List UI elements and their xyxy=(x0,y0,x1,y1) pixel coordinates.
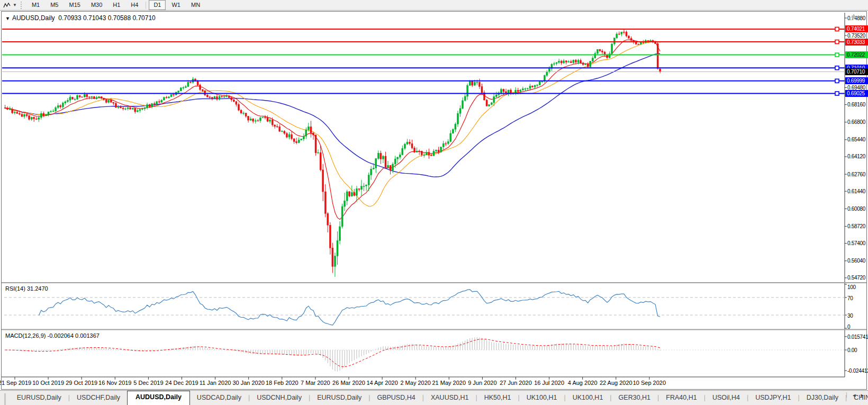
chart-title: ▼AUDUSD,Daily 0.70933 0.71043 0.70588 0.… xyxy=(5,14,156,22)
price-axis-tick-label: 0.62760 xyxy=(847,172,868,177)
price-line-label[interactable]: 0.73033 xyxy=(845,39,868,46)
tab-scroll-controls: | ◂ ▸ xyxy=(842,386,868,405)
time-axis-label: 10 Oct 2019 xyxy=(32,380,64,386)
timeframe-button-m15[interactable]: M15 xyxy=(64,0,85,10)
time-axis-label: 29 Oct 2019 xyxy=(66,380,97,386)
chart-window[interactable] xyxy=(1,11,867,390)
macd-axis-tick-label: 0.015741 xyxy=(847,334,868,340)
metatrader-window: ▼ M1M5M15M30H1H4D1W1MN ▼AUDUSD,Daily 0.7… xyxy=(0,0,868,405)
timeframe-button-m5[interactable]: M5 xyxy=(46,0,63,10)
chart-tab-uk100-h1[interactable]: UK100,H1 xyxy=(566,391,610,405)
time-axis-label: 30 Jan 2020 xyxy=(232,380,265,386)
price-line-label[interactable]: 0.72022 xyxy=(845,51,868,58)
time-axis-label: 5 Dec 2019 xyxy=(133,380,163,386)
rsi-indicator-label: RSI(14) 31.2470 xyxy=(5,285,48,292)
chart-tab-eurusd-daily[interactable]: EURUSD,Daily xyxy=(310,391,368,405)
time-axis-label: 7 Mar 2020 xyxy=(301,380,330,386)
timeframe-button-d1[interactable]: D1 xyxy=(149,0,166,10)
timeframe-button-h1[interactable]: H1 xyxy=(108,0,125,10)
timeframe-button-w1[interactable]: W1 xyxy=(167,0,185,10)
rsi-axis-tick-label: 100 xyxy=(847,284,868,290)
time-axis-label: 22 Aug 2020 xyxy=(600,380,632,386)
chart-tab-usdjpy-h1[interactable]: USDJPY,H1 xyxy=(748,391,798,405)
price-line-label[interactable]: 0.74021 xyxy=(845,25,868,32)
time-axis-label: 21 May 2020 xyxy=(432,380,466,386)
price-axis-tick-label: 0.56040 xyxy=(847,258,868,264)
macd-indicator-label: MACD(12,26,9) -0.002064 0.001367 xyxy=(5,332,100,339)
chart-symbol-label: AUDUSD,Daily xyxy=(12,14,55,22)
time-axis-label: 10 Sep 2020 xyxy=(633,380,666,386)
chart-tab-usoil-h4[interactable]: USOil,H4 xyxy=(706,391,747,405)
scroll-indicator-icon[interactable] xyxy=(851,14,856,18)
price-line-label[interactable]: 0.69025 xyxy=(845,90,868,97)
time-axis-label: 14 Apr 2020 xyxy=(366,380,397,386)
price-axis-tick-label: 0.58720 xyxy=(847,223,868,229)
chart-tab-audusd-daily[interactable]: AUDUSD,Daily xyxy=(127,391,190,405)
price-axis-tick-label: 0.74880 xyxy=(847,15,868,21)
time-axis-label: 9 Jun 2020 xyxy=(468,380,496,386)
macd-axis-tick-label: -0.024412 xyxy=(847,368,868,374)
tab-scroll-right-icon[interactable]: ▸ xyxy=(861,392,864,399)
rsi-axis-tick-label: 0 xyxy=(847,324,868,330)
price-axis-tick-label: 0.60080 xyxy=(847,206,868,212)
chart-tab-usdcnh-daily[interactable]: USDCNH,Daily xyxy=(250,391,309,405)
chart-tab-dj30-daily[interactable]: DJ30,Daily xyxy=(800,391,845,405)
timeframe-button-m30[interactable]: M30 xyxy=(86,0,107,10)
current-price-label[interactable]: 0.70710 xyxy=(845,68,868,75)
price-axis-tick-label: 0.57400 xyxy=(847,240,868,246)
chart-tab-uk100-h1[interactable]: UK100,H1 xyxy=(520,391,564,405)
timeframe-button-mn[interactable]: MN xyxy=(186,0,205,10)
chart-tab-gbpusd-h4[interactable]: GBPUSD,H4 xyxy=(370,391,422,405)
macd-axis-tick-label: 0.00 xyxy=(847,347,868,353)
tab-divider: | xyxy=(846,389,847,401)
timeframe-button-m1[interactable]: M1 xyxy=(27,0,44,10)
rsi-axis-tick-label: 30 xyxy=(847,313,868,319)
candlestick-chart-icon xyxy=(2,2,12,9)
time-axis-label: 4 Aug 2020 xyxy=(568,380,598,386)
collapse-triangle-icon: ▼ xyxy=(5,16,10,21)
price-axis-tick-label: 0.54720 xyxy=(847,275,868,281)
chart-tab-usdcad-daily[interactable]: USDCAD,Daily xyxy=(190,391,248,405)
chart-tab-usdchf-daily[interactable]: USDCHF,Daily xyxy=(70,391,127,405)
price-axis-tick-label: 0.65440 xyxy=(847,137,868,142)
tabbar-notch xyxy=(4,393,7,405)
chart-tab-ger30-h1[interactable]: GER30,H1 xyxy=(612,391,657,405)
time-axis-label: 16 Nov 2019 xyxy=(98,380,131,386)
chart-tabs: EURUSD,Daily|USDCHF,DailyAUDUSD,DailyUSD… xyxy=(10,391,842,405)
time-axis-label: 11 Jan 2020 xyxy=(200,380,231,386)
toolbar-grip[interactable] xyxy=(21,2,23,9)
chevron-down-icon: ▼ xyxy=(13,3,17,7)
tab-scroll-left-icon[interactable]: ◂ xyxy=(853,392,856,399)
price-axis-tick-label: 0.61440 xyxy=(847,188,868,194)
chart-tab-bar: EURUSD,Daily|USDCHF,DailyAUDUSD,DailyUSD… xyxy=(0,390,868,405)
chart-type-dropdown[interactable]: ▼ xyxy=(0,1,19,10)
price-axis-tick-label: 0.66800 xyxy=(847,119,868,125)
chart-tab-fra40-h1[interactable]: FRA40,H1 xyxy=(659,391,703,405)
toolbar-separator xyxy=(146,2,146,9)
time-axis-label: 27 Jun 2020 xyxy=(500,380,532,386)
price-line-label[interactable]: 0.69999 xyxy=(845,77,868,84)
rsi-axis-tick-label: 70 xyxy=(847,295,868,301)
chart-tab-hk50-h1[interactable]: HK50,H1 xyxy=(477,391,518,405)
time-axis-label: 16 Jul 2020 xyxy=(534,380,564,386)
time-axis-label: 2 May 2020 xyxy=(400,380,430,386)
timeframe-button-h4[interactable]: H4 xyxy=(126,0,143,10)
timeframe-buttons: M1M5M15M30H1H4D1W1MN xyxy=(26,0,205,10)
chart-tab-xauusd-h1[interactable]: XAUUSD,H1 xyxy=(424,391,476,405)
time-axis-label: 18 Feb 2020 xyxy=(266,380,299,386)
chart-ohlc-values: 0.70933 0.71043 0.70588 0.70710 xyxy=(58,14,156,22)
price-axis-tick-label: 0.68160 xyxy=(847,102,868,107)
time-axis-label: 26 Mar 2020 xyxy=(332,380,365,386)
price-axis-tick-label: 0.73520 xyxy=(847,33,868,39)
timeframe-toolbar: ▼ M1M5M15M30H1H4D1W1MN xyxy=(0,0,868,11)
chart-tab-eurusd-daily[interactable]: EURUSD,Daily xyxy=(10,391,68,405)
time-axis-label: 21 Sep 2019 xyxy=(0,380,31,386)
price-axis-tick-label: 0.64120 xyxy=(847,154,868,159)
time-axis-label: 24 Dec 2019 xyxy=(165,380,198,386)
